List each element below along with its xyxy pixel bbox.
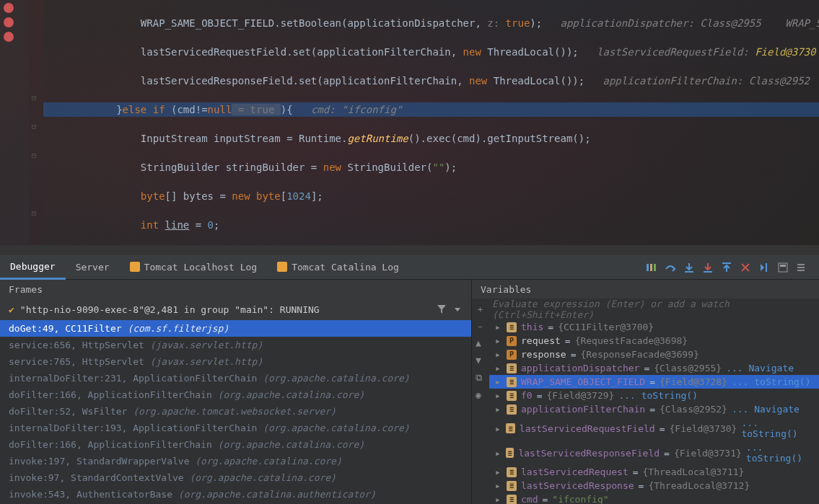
tab-tomcat-catalina[interactable]: Tomcat Catalina Log [267,256,409,278]
svg-rect-9 [797,264,805,265]
expand-icon[interactable]: ▸ [495,423,502,434]
var-type-icon: ≡ [507,481,517,491]
remove-watch-icon[interactable]: － [476,320,486,330]
frame-row[interactable]: internalDoFilter:193, ApplicationFilterC… [0,420,471,436]
debug-tool-window: Debugger Server Tomcat Localhost Log Tom… [0,255,819,504]
expand-icon[interactable]: ▸ [495,494,502,504]
variable-row[interactable]: ▸≡cmd = "ifconfig" [489,492,819,504]
variables-list[interactable]: ▸≡this = {CC11Filter@3700}▸Prequest = {R… [472,320,819,504]
thread-selector[interactable]: ✔ "http-nio-9090-exec-8"@2,481 in group … [0,299,471,320]
step-into-icon[interactable] [683,262,695,273]
svg-rect-11 [797,270,805,271]
frames-list[interactable]: doGet:49, CC11Filter (com.sf.filterjsp)s… [0,320,471,504]
var-type-icon: P [507,350,517,360]
svg-rect-6 [766,263,767,272]
frame-row[interactable]: invoke:97, StandardContextValve (org.apa… [0,469,471,486]
fold-marker[interactable]: ⊟ [32,209,36,217]
debug-tabs: Debugger Server Tomcat Localhost Log Tom… [0,255,819,280]
force-step-into-icon[interactable] [702,262,714,273]
expand-icon[interactable]: ▸ [495,349,502,360]
var-type-icon: ≡ [507,377,517,387]
copy-icon[interactable]: ⧉ [476,372,486,382]
breakpoint-icon[interactable] [4,32,14,42]
fold-marker[interactable]: ⊟ [32,94,36,102]
horizontal-scrollbar[interactable] [0,245,819,255]
variable-row[interactable]: ▸≡lastServicedResponseField = {Field@373… [489,441,819,465]
add-watch-icon[interactable]: ＋ [476,303,486,313]
var-type-icon: ≡ [507,363,517,373]
layout-icon[interactable] [646,262,657,273]
variable-row[interactable]: ▸≡applicationDispatcher = {Class@2955} .… [489,361,819,375]
evaluate-input[interactable]: Evaluate expression (Enter) or add a wat… [472,299,819,320]
step-over-icon[interactable] [665,262,676,273]
svg-rect-10 [797,267,805,268]
expand-icon[interactable]: ▸ [495,335,502,346]
expand-icon[interactable]: ▸ [495,390,502,401]
up-icon[interactable]: ▲ [476,337,486,348]
code-area[interactable]: WRAP_SAME_OBJECT_FIELD.setBoolean(applic… [43,0,819,245]
frame-row[interactable]: doFilter:52, WsFilter (org.apache.tomcat… [0,403,471,420]
evaluate-icon[interactable] [777,262,789,273]
fold-marker[interactable]: ⊟ [32,151,36,159]
frames-header: Frames [0,280,471,299]
svg-rect-4 [704,271,712,273]
variable-row[interactable]: ▸≡lastServicedRequestField = {Field@3730… [489,416,819,441]
expand-icon[interactable]: ▸ [495,376,502,387]
breakpoint-icon[interactable] [4,17,14,27]
variable-row[interactable]: ▸Presponse = {ResponseFacade@3699} [489,348,819,361]
expand-icon[interactable]: ▸ [495,467,502,477]
navigate-link[interactable]: ... Navigate [732,404,800,415]
frame-row[interactable]: doGet:49, CC11Filter (com.sf.filterjsp) [0,320,471,337]
navigate-link[interactable]: ... Navigate [726,363,794,373]
trace-icon[interactable] [796,262,807,273]
frame-row[interactable]: doFilter:166, ApplicationFilterChain (or… [0,386,471,403]
navigate-link[interactable]: ... toString() [732,376,811,387]
variable-row[interactable]: ▸≡lastServicedResponse = {ThreadLocal@37… [489,479,819,492]
run-to-cursor-icon[interactable] [758,262,770,273]
fold-gutter[interactable]: ⊟ ⊟ ⊟ ⊟ [29,0,43,245]
tab-tomcat-localhost[interactable]: Tomcat Localhost Log [120,256,268,278]
step-out-icon[interactable] [721,262,732,273]
frame-row[interactable]: service:656, HttpServlet (javax.servlet.… [0,337,471,353]
frame-row[interactable]: doFilter:166, ApplicationFilterChain (or… [0,436,471,453]
code-editor[interactable]: ⊟ ⊟ ⊟ ⊟ WRAP_SAME_OBJECT_FIELD.setBoolea… [0,0,819,245]
fold-marker[interactable]: ⊟ [32,123,36,131]
dropdown-icon[interactable] [452,304,463,314]
expand-icon[interactable]: ▸ [495,448,502,459]
expand-icon[interactable]: ▸ [495,480,502,491]
show-watches-icon[interactable]: ◉ [476,389,486,399]
variable-row[interactable]: ▸≡f0 = {Field@3729} ... toString() [489,389,819,402]
variable-row[interactable]: ▸≡WRAP_SAME_OBJECT_FIELD = {Field@3728} … [489,375,819,389]
frame-row[interactable]: invoke:197, StandardWrapperValve (org.ap… [0,453,471,469]
variables-header: Variables [472,280,819,299]
variable-row[interactable]: ▸≡lastServicedRequest = {ThreadLocal@371… [489,465,819,479]
tab-debugger[interactable]: Debugger [0,255,66,280]
breakpoint-icon[interactable] [4,3,14,13]
frames-panel: Frames ✔ "http-nio-9090-exec-8"@2,481 in… [0,280,472,504]
svg-rect-7 [779,263,787,272]
frame-row[interactable]: invoke:543, AuthenticatorBase (org.apach… [0,486,471,503]
variable-row[interactable]: ▸Prequest = {RequestFacade@3698} [489,334,819,348]
expand-icon[interactable]: ▸ [495,363,502,373]
variable-row[interactable]: ▸≡applicationFilterChain = {Class@2952} … [489,402,819,416]
frame-row[interactable]: internalDoFilter:231, ApplicationFilterC… [0,370,471,386]
variables-panel: Variables ＋ － ▲ ▼ ⧉ ◉ Evaluate expressio… [472,280,819,504]
drop-frame-icon[interactable] [740,262,751,273]
breakpoint-gutter[interactable] [0,0,29,245]
filter-icon[interactable] [437,304,447,314]
expand-icon[interactable]: ▸ [495,322,502,332]
down-icon[interactable]: ▼ [476,355,486,365]
navigate-link[interactable]: ... toString() [746,442,813,464]
expand-icon[interactable]: ▸ [495,404,502,415]
navigate-link[interactable]: ... toString() [618,390,698,401]
variable-row[interactable]: ▸≡this = {CC11Filter@3700} [489,320,819,334]
frame-row[interactable]: service:765, HttpServlet (javax.servlet.… [0,353,471,370]
tomcat-icon [130,262,140,272]
navigate-link[interactable]: ... toString() [741,417,813,439]
var-type-icon: ≡ [506,448,514,458]
var-type-icon: ≡ [507,391,517,401]
tab-server[interactable]: Server [66,256,120,278]
thread-name: "http-nio-9090-exec-8"@2,481 in group "m… [20,304,431,315]
var-type-icon: ≡ [507,322,517,332]
thread-running-icon: ✔ [9,304,14,315]
